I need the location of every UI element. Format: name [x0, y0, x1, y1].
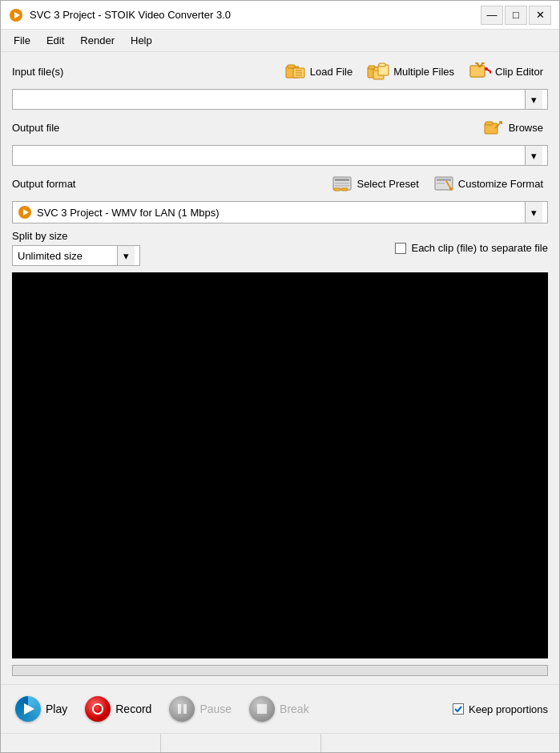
- app-icon: [9, 8, 23, 22]
- play-label: Play: [46, 703, 67, 715]
- multiple-files-icon: [367, 62, 389, 80]
- progress-bar: [12, 665, 548, 676]
- pause-bar-1: [178, 704, 181, 714]
- svg-rect-26: [335, 179, 349, 181]
- each-clip-row: Each clip (file) to separate file: [395, 242, 548, 254]
- close-button[interactable]: ✕: [529, 6, 551, 25]
- main-content: Input file(s) Load File: [1, 52, 559, 684]
- format-dropdown-arrow[interactable]: ▾: [525, 202, 542, 223]
- size-combo[interactable]: Unlimited size ▾: [12, 245, 140, 266]
- load-file-icon: [285, 62, 306, 80]
- checkmark-icon: [453, 704, 463, 714]
- output-format-label: Output format: [12, 178, 75, 190]
- bottom-controls: Play Record Pause Break: [1, 684, 559, 733]
- load-file-label: Load File: [310, 66, 353, 78]
- clip-editor-icon: [469, 62, 491, 80]
- size-combo-value: Unlimited size: [18, 250, 117, 262]
- format-toolbar: Select Preset Customize Format: [327, 172, 548, 195]
- pause-bars: [178, 704, 187, 714]
- break-button[interactable]: Break: [246, 693, 312, 725]
- output-file-combo[interactable]: ▾: [12, 145, 548, 166]
- menu-render[interactable]: Render: [74, 33, 121, 48]
- browse-label: Browse: [509, 122, 543, 134]
- each-clip-checkbox[interactable]: [395, 243, 406, 254]
- keep-proportions-checkbox[interactable]: [453, 703, 464, 715]
- record-label: Record: [115, 703, 151, 715]
- play-triangle: [24, 703, 34, 715]
- select-preset-label: Select Preset: [357, 178, 418, 190]
- keep-proportions-label: Keep proportions: [469, 703, 548, 715]
- pause-label: Pause: [199, 703, 232, 715]
- browse-icon: [484, 119, 505, 136]
- svg-rect-13: [379, 63, 385, 66]
- pause-icon: [169, 696, 195, 722]
- each-clip-label: Each clip (file) to separate file: [411, 242, 548, 254]
- customize-format-icon: [433, 175, 454, 192]
- svg-rect-30: [341, 188, 348, 191]
- input-files-header: Input file(s) Load File: [12, 60, 548, 83]
- title-bar: SVC 3 Project - STOIK Video Converter 3.…: [1, 1, 559, 30]
- menu-help[interactable]: Help: [124, 33, 159, 48]
- svg-rect-29: [334, 188, 340, 191]
- format-combo-value: SVC 3 Project - WMV for LAN (1 Mbps): [37, 207, 525, 219]
- svg-point-35: [449, 187, 453, 191]
- maximize-button[interactable]: □: [505, 6, 527, 25]
- output-file-header: Output file Browse: [12, 116, 548, 139]
- break-square: [257, 704, 267, 714]
- output-file-label: Output file: [12, 122, 59, 134]
- status-segment-2: [161, 734, 321, 752]
- status-segment-1: [1, 734, 161, 752]
- input-file-combo[interactable]: ▾: [12, 89, 548, 110]
- input-file-dropdown-arrow[interactable]: ▾: [525, 90, 542, 109]
- input-files-label: Input file(s): [12, 66, 63, 78]
- format-combo[interactable]: SVC 3 Project - WMV for LAN (1 Mbps) ▾: [12, 201, 548, 223]
- format-combo-icon: [18, 205, 32, 219]
- input-file-input[interactable]: [18, 94, 525, 106]
- select-preset-icon: [332, 175, 353, 192]
- svg-rect-27: [335, 183, 349, 184]
- customize-format-button[interactable]: Customize Format: [429, 172, 548, 195]
- menu-edit[interactable]: Edit: [40, 33, 71, 48]
- split-by-size-label: Split by size: [12, 230, 140, 242]
- record-button[interactable]: Record: [82, 693, 155, 725]
- main-window: SVC 3 Project - STOIK Video Converter 3.…: [0, 0, 560, 753]
- menu-bar: File Edit Render Help: [1, 30, 559, 52]
- menu-file[interactable]: File: [7, 33, 37, 48]
- svg-rect-32: [437, 179, 451, 181]
- break-icon: [249, 696, 275, 722]
- output-file-input[interactable]: [18, 150, 525, 162]
- record-icon: [85, 696, 111, 722]
- load-file-button[interactable]: Load File: [280, 60, 357, 83]
- select-preset-button[interactable]: Select Preset: [327, 172, 423, 195]
- pause-button[interactable]: Pause: [166, 693, 235, 725]
- window-title: SVC 3 Project - STOIK Video Converter 3.…: [30, 9, 481, 21]
- clip-editor-label: Clip Editor: [495, 66, 543, 78]
- svg-rect-15: [470, 66, 485, 77]
- split-left: Split by size Unlimited size ▾: [12, 230, 140, 266]
- record-dot: [92, 703, 103, 715]
- keep-proportions-row: Keep proportions: [453, 703, 548, 715]
- output-format-header: Output format Select Preset: [12, 172, 548, 195]
- svg-rect-24: [485, 122, 493, 125]
- output-toolbar: Browse: [479, 116, 548, 139]
- output-file-dropdown-arrow[interactable]: ▾: [525, 146, 542, 165]
- input-toolbar: Load File Multiple Files: [280, 60, 548, 83]
- status-segment-3: [321, 734, 559, 752]
- window-controls: — □ ✕: [481, 6, 551, 25]
- customize-format-label: Customize Format: [458, 178, 543, 190]
- size-dropdown-arrow[interactable]: ▾: [117, 246, 135, 265]
- pause-bar-2: [183, 704, 187, 714]
- svg-rect-33: [437, 183, 445, 184]
- play-button[interactable]: Play: [12, 693, 71, 725]
- clip-editor-button[interactable]: Clip Editor: [464, 60, 548, 83]
- multiple-files-label: Multiple Files: [393, 66, 454, 78]
- preview-area: [12, 272, 548, 658]
- status-bar: [1, 733, 559, 752]
- svg-point-21: [485, 67, 488, 70]
- multiple-files-button[interactable]: Multiple Files: [362, 60, 459, 83]
- browse-button[interactable]: Browse: [479, 116, 548, 139]
- svg-rect-3: [288, 65, 295, 68]
- svg-rect-28: [335, 185, 349, 187]
- minimize-button[interactable]: —: [481, 6, 503, 25]
- break-label: Break: [280, 703, 309, 715]
